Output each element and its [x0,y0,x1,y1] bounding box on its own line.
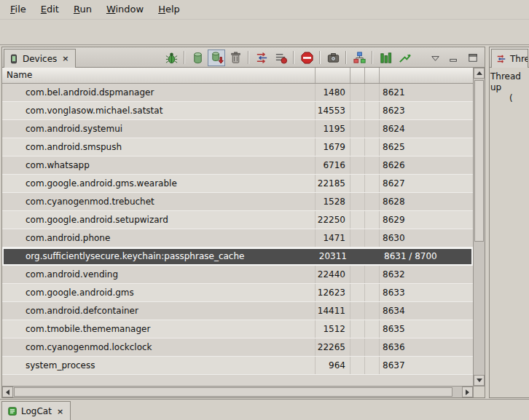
scroll-down-button[interactable] [474,375,485,386]
start-method-profiling-icon[interactable] [272,49,289,66]
process-port: 8634 [380,302,473,320]
process-port: 8631 / 8700 [381,249,471,264]
menu-run[interactable]: Run [66,0,99,19]
process-name: com.android.systemui [2,120,316,138]
process-pid: 1679 [316,138,350,156]
menu-window[interactable]: Window [99,0,151,19]
threads-view: Threads Thread up ( [489,47,529,398]
process-pid: 1471 [316,229,350,247]
empty-cell [350,320,365,338]
empty-cell [365,138,380,156]
process-pid: 964 [316,357,350,374]
table-row[interactable]: com.android.smspush16798625 [2,138,473,156]
systrace-icon[interactable] [377,49,394,66]
menu-file[interactable]: File [3,0,34,19]
menu-help[interactable]: Help [151,0,187,19]
threads-message-line1: Thread up [490,71,529,93]
scroll-left-button[interactable] [2,387,13,397]
table-row[interactable]: com.google.android.setupwizard222508629 [2,211,473,229]
tab-threads[interactable]: Threads [491,49,528,68]
vertical-scroll-thumb[interactable] [474,80,484,242]
process-name: com.cyanogenmod.trebuchet [2,193,316,210]
process-pid: 12623 [316,284,350,301]
process-name: com.bel.android.dspmanager [2,84,316,101]
arrow-left-icon [6,389,9,395]
process-port: 8621 [380,84,473,101]
empty-cell [365,284,380,301]
screen-capture-icon[interactable] [324,49,342,66]
logcat-icon [7,406,17,416]
process-port: 8632 [380,266,473,283]
update-heap-icon[interactable] [189,49,206,66]
process-name: com.tmobile.thememanager [2,320,316,338]
table-row[interactable]: com.bel.android.dspmanager14808621 [2,84,473,102]
table-row[interactable]: com.whatsapp67168626 [2,156,473,175]
scroll-up-button[interactable] [474,68,485,79]
opengl-trace-icon[interactable] [396,49,413,66]
empty-cell [350,357,365,374]
cause-gc-icon[interactable] [227,49,244,66]
process-pid: 1195 [316,120,350,138]
table-row[interactable]: com.android.vending224408632 [2,266,473,284]
empty-cell [365,102,380,119]
table-row[interactable]: com.android.systemui11958624 [2,120,473,138]
table-row[interactable]: com.vonglasow.michael.satstat145538623 [2,102,473,120]
view-hierarchy-icon[interactable] [350,49,368,66]
scroll-right-button[interactable] [462,387,473,397]
table-row[interactable]: com.android.phone14718630 [2,229,473,247]
horizontal-scrollbar[interactable] [2,386,473,397]
devices-toolbar [162,47,482,68]
horizontal-scroll-thumb[interactable] [14,387,452,397]
process-name: org.sufficientlysecure.keychain:passphra… [4,249,317,264]
maximize-icon[interactable] [464,49,482,66]
empty-cell [365,338,380,356]
empty-cell [352,249,367,264]
column-header-pid[interactable] [316,68,350,83]
column-header-blank2[interactable] [365,68,380,83]
empty-cell [365,156,380,174]
empty-cell [365,357,380,374]
update-threads-icon[interactable] [253,49,270,66]
tab-logcat[interactable]: LogCat × [1,401,71,420]
column-header-port[interactable] [380,68,473,83]
process-pid: 6716 [316,156,350,174]
debug-icon[interactable] [162,49,180,66]
devices-tabbar: Devices × [2,47,485,68]
empty-cell [350,211,365,229]
table-row[interactable]: system_process9648637 [2,357,473,375]
menu-bar: File Edit Run Window Help [0,0,529,19]
table-row[interactable]: com.google.android.gms.wearable221858627 [2,175,473,193]
vertical-scrollbar[interactable] [473,68,485,386]
process-port: 8623 [380,102,473,119]
table-row[interactable]: com.tmobile.thememanager15128635 [2,320,473,338]
tab-devices[interactable]: Devices × [4,49,76,68]
table-row[interactable]: com.android.defcontainer144118634 [2,302,473,320]
arrow-right-icon [466,389,469,395]
process-port: 8635 [380,320,473,338]
close-icon[interactable]: × [55,407,65,416]
empty-cell [350,84,365,101]
table-row[interactable]: com.cyanogenmod.trebuchet15288628 [2,193,473,211]
minimize-icon[interactable] [445,49,463,66]
toolbar-separator [372,51,373,64]
empty-cell [350,156,365,174]
table-row[interactable]: com.cyanogenmod.lockclock222658636 [2,338,473,357]
stop-process-icon[interactable] [298,49,316,66]
column-header-blank1[interactable] [350,68,365,83]
table-row[interactable]: org.sufficientlysecure.keychain:passphra… [2,247,473,266]
view-menu-icon[interactable] [426,49,444,66]
dump-hprof-icon[interactable] [208,49,225,66]
close-icon[interactable]: × [60,54,70,63]
process-name: com.google.android.setupwizard [2,211,316,229]
process-pid: 22440 [316,266,350,283]
menu-edit[interactable]: Edit [34,0,66,19]
arrow-down-icon [477,379,482,382]
column-header-name[interactable]: Name [2,68,316,83]
toolbar-separator [293,51,294,64]
table-row[interactable]: com.google.android.gms126238633 [2,284,473,302]
process-name: com.whatsapp [2,156,316,174]
tab-logcat-label: LogCat [21,406,52,416]
tab-threads-label: Threads [510,54,528,64]
process-name: com.android.vending [2,266,316,283]
process-pid: 14553 [316,102,350,119]
